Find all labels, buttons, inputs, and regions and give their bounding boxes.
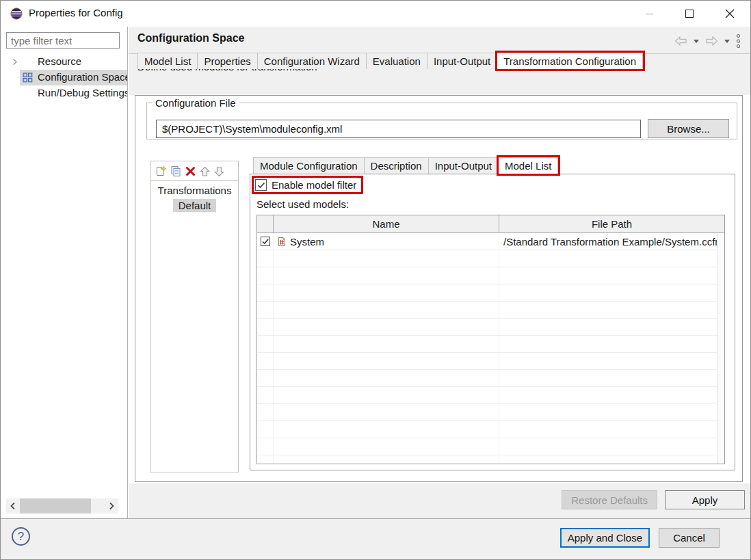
configuration-file-legend: Configuration File bbox=[153, 97, 239, 109]
empty-row bbox=[257, 404, 724, 421]
ccfm-model-icon bbox=[277, 237, 287, 247]
transformation-item-default[interactable]: Default bbox=[173, 199, 217, 212]
enable-model-filter-checkbox[interactable] bbox=[255, 179, 267, 191]
model-list-panel: Enable model filter Select used models: … bbox=[250, 174, 735, 470]
properties-tree: Resource Configuration Space Run/ bbox=[1, 54, 127, 101]
property-page-buttons: Restore Defaults Apply bbox=[129, 483, 750, 518]
empty-row bbox=[257, 267, 724, 284]
tab-model-list-inner[interactable]: Model List bbox=[499, 157, 558, 174]
empty-row bbox=[257, 319, 724, 336]
model-name: System bbox=[290, 236, 324, 248]
tree-item-label: Run/Debug Settings bbox=[38, 87, 128, 98]
scroll-right-button[interactable] bbox=[105, 498, 118, 514]
tab-evaluation[interactable]: Evaluation bbox=[367, 53, 427, 69]
empty-row bbox=[257, 421, 724, 438]
column-header-name[interactable]: Name bbox=[274, 215, 499, 232]
tree-item-resource[interactable]: Resource bbox=[1, 54, 127, 70]
transformations-toolbar bbox=[151, 161, 238, 181]
filter-input[interactable] bbox=[6, 32, 120, 49]
empty-row bbox=[257, 302, 724, 319]
apply-and-close-button[interactable]: Apply and Close bbox=[560, 528, 650, 548]
eclipse-logo-icon bbox=[10, 8, 23, 20]
new-transformation-icon[interactable] bbox=[155, 165, 166, 177]
sidebar-horizontal-scrollbar[interactable] bbox=[6, 498, 118, 514]
forward-arrow-icon[interactable] bbox=[705, 36, 718, 46]
empty-row bbox=[257, 250, 724, 267]
tree-item-run-debug-settings[interactable]: Run/Debug Settings bbox=[1, 85, 127, 101]
tab-input-output-inner[interactable]: Input-Output bbox=[429, 157, 499, 174]
inner-tab-bar: Module Configuration Description Input-O… bbox=[253, 157, 558, 174]
tab-model-list[interactable]: Model List bbox=[137, 53, 198, 69]
minimize-button[interactable] bbox=[633, 1, 665, 27]
view-menu-icon[interactable] bbox=[736, 34, 741, 49]
back-arrow-icon[interactable] bbox=[674, 36, 687, 46]
scrollbar-thumb[interactable] bbox=[20, 498, 91, 514]
empty-row bbox=[257, 387, 724, 404]
enable-model-filter-label: Enable model filter bbox=[272, 179, 356, 191]
table-row-system[interactable]: System /Standard Transformation Example/… bbox=[257, 233, 724, 250]
scroll-left-button[interactable] bbox=[6, 498, 20, 514]
apply-button[interactable]: Apply bbox=[665, 490, 745, 509]
empty-row bbox=[257, 336, 724, 353]
maximize-button[interactable] bbox=[674, 1, 705, 27]
transformation-configuration-panel: Configuration File Browse... bbox=[135, 95, 743, 482]
tab-configuration-wizard[interactable]: Configuration Wizard bbox=[258, 53, 367, 69]
outer-tab-bar: Model List Properties Configuration Wiza… bbox=[137, 53, 643, 69]
tab-transformation-configuration[interactable]: Transformation Configuration bbox=[497, 53, 643, 69]
empty-row bbox=[257, 455, 724, 464]
model-file-path: /Standard Transformation Example/System.… bbox=[499, 233, 724, 250]
page-title: Configuration Space bbox=[137, 32, 244, 44]
tree-item-label: Resource bbox=[38, 55, 81, 67]
model-table-header: Name File Path bbox=[257, 215, 724, 233]
tree-item-configuration-space[interactable]: Configuration Space bbox=[1, 70, 127, 85]
maximize-icon bbox=[685, 10, 694, 18]
dialog-button-bar: ? Apply and Close Cancel bbox=[1, 518, 750, 559]
transformations-title: Transformations bbox=[151, 185, 238, 196]
enable-model-filter-row: Enable model filter bbox=[254, 178, 361, 192]
empty-row bbox=[257, 284, 724, 302]
minimize-icon bbox=[646, 14, 653, 14]
column-header-file-path[interactable]: File Path bbox=[499, 215, 724, 232]
table-vertical-scrollbar[interactable] bbox=[717, 234, 724, 464]
tree-item-label: Configuration Space bbox=[38, 71, 128, 83]
browse-button[interactable]: Browse... bbox=[648, 119, 729, 138]
tab-properties[interactable]: Properties bbox=[198, 53, 257, 69]
restore-defaults-button: Restore Defaults bbox=[562, 490, 657, 509]
tab-module-configuration[interactable]: Module Configuration bbox=[253, 157, 365, 174]
forward-dropdown-icon[interactable] bbox=[724, 40, 730, 43]
cancel-button[interactable]: Cancel bbox=[659, 528, 720, 548]
sidebar: Resource Configuration Space Run/ bbox=[1, 27, 128, 518]
configuration-file-group: Configuration File Browse... bbox=[146, 97, 737, 139]
model-table: Name File Path bbox=[256, 215, 725, 464]
configuration-file-input[interactable] bbox=[156, 120, 641, 138]
empty-row bbox=[257, 353, 724, 370]
check-icon bbox=[262, 239, 269, 245]
configuration-space-icon bbox=[23, 72, 33, 83]
tab-input-output[interactable]: Input-Output bbox=[427, 53, 497, 69]
help-icon[interactable]: ? bbox=[12, 527, 30, 546]
chevron-right-icon[interactable] bbox=[12, 58, 18, 66]
transformations-panel: Transformations Default bbox=[150, 161, 239, 472]
delete-transformation-icon[interactable] bbox=[185, 166, 196, 176]
history-navigation bbox=[674, 34, 741, 49]
close-button[interactable] bbox=[714, 1, 746, 27]
properties-dialog: Properties for Config Resource bbox=[0, 0, 751, 560]
check-icon bbox=[257, 182, 265, 189]
select-used-models-label: Select used models: bbox=[256, 198, 349, 210]
window-title: Properties for Config bbox=[29, 7, 123, 18]
empty-row bbox=[257, 438, 724, 455]
move-down-icon[interactable] bbox=[214, 166, 224, 177]
close-icon bbox=[725, 9, 735, 18]
copy-transformation-icon[interactable] bbox=[170, 165, 181, 177]
move-up-icon[interactable] bbox=[200, 166, 210, 177]
tab-description[interactable]: Description bbox=[365, 157, 429, 174]
chevron-left-icon bbox=[10, 502, 16, 510]
row-checkbox[interactable] bbox=[261, 237, 270, 246]
column-header-checkbox[interactable] bbox=[257, 215, 274, 232]
title-bar: Properties for Config bbox=[1, 1, 750, 27]
back-dropdown-icon[interactable] bbox=[694, 40, 699, 43]
empty-row bbox=[257, 370, 724, 387]
chevron-right-icon bbox=[109, 502, 114, 510]
